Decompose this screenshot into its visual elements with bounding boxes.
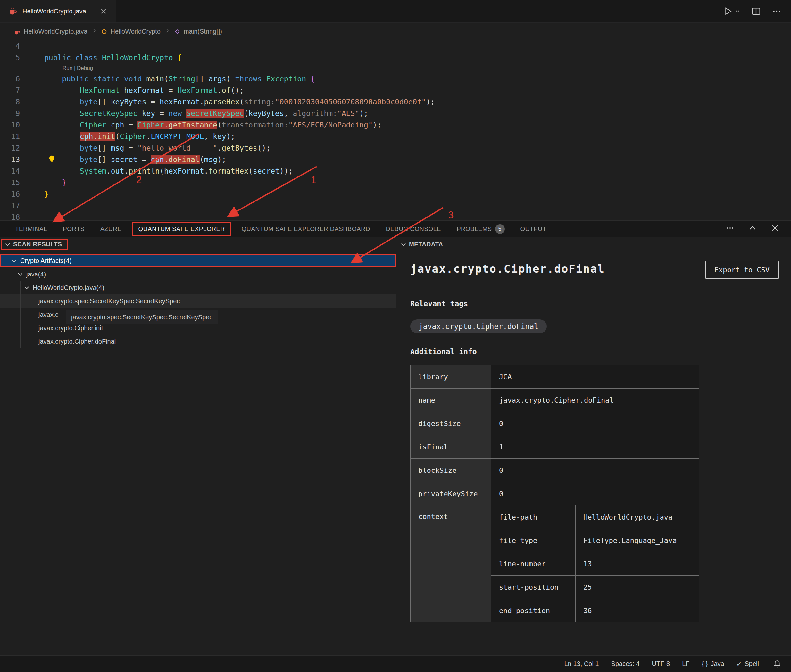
context-value: 36 — [576, 599, 699, 622]
panel-tab-problems[interactable]: PROBLEMS5 — [457, 224, 505, 234]
tree-item-helloworldcrypto-java-4[interactable]: HelloWorldCrypto.java(4) — [0, 281, 396, 294]
line-number: 18 — [0, 211, 29, 220]
panel-maximize-button[interactable] — [748, 224, 757, 234]
tree-item-label: HelloWorldCrypto.java(4) — [33, 284, 104, 291]
chevron-down-icon — [17, 270, 24, 278]
export-to-csv-button[interactable]: Export to CSV — [706, 261, 778, 279]
panel-actions — [725, 224, 791, 234]
tag-pill: javax.crypto.Cipher.doFinal — [410, 319, 547, 333]
lightbulb-icon[interactable] — [47, 155, 56, 164]
tree-item-label: javax.crypto.spec.SecretKeySpec.SecretKe… — [39, 298, 180, 305]
eol-sequence[interactable]: LF — [682, 660, 689, 667]
codelens-run-debug[interactable]: Run | Debug — [29, 63, 93, 73]
code-line-15: 15 } — [0, 177, 791, 188]
code-editor[interactable]: 45public class HelloWorldCrypto {Run | D… — [0, 40, 791, 220]
panel-tab-bar: TERMINALPORTSAZUREQUANTUM SAFE EXPLORERQ… — [0, 220, 791, 237]
braces-icon: { } — [702, 660, 708, 667]
context-key: start-position — [491, 576, 576, 599]
tree-item-java-4[interactable]: java(4) — [0, 267, 396, 281]
tree-item-crypto-artifacts-4[interactable]: Crypto Artifacts(4) — [0, 254, 396, 267]
info-value: javax.crypto.Cipher.doFinal — [491, 389, 699, 412]
info-value: 0 — [491, 412, 699, 435]
editor-tab-label: HelloWorldCrypto.java — [22, 8, 86, 15]
additional-info-heading: Additional info — [410, 347, 778, 356]
breadcrumb-file[interactable]: HelloWorldCrypto.java — [13, 28, 88, 35]
panel-tab-output[interactable]: OUTPUT — [520, 226, 546, 232]
code-line-17: 17 — [0, 200, 791, 211]
code-line-14: 14 System.out.println(hexFormat.formatHe… — [0, 165, 791, 177]
editor-tab-bar: HelloWorldCrypto.java — [0, 0, 791, 23]
chevron-down-icon — [11, 257, 18, 264]
tree-item-label: Crypto Artifacts(4) — [20, 257, 71, 265]
indentation[interactable]: Spaces: 4 — [611, 660, 640, 667]
panel-tab-label: PROBLEMS — [457, 226, 492, 232]
panel-more-actions-button[interactable] — [725, 224, 735, 234]
panel-close-button[interactable] — [770, 224, 780, 234]
line-number: 11 — [0, 131, 29, 142]
code-line-7: 7 HexFormat hexFormat = HexFormat.of(); — [0, 85, 791, 96]
line-number: 13 — [0, 154, 29, 165]
info-key: context — [411, 506, 491, 622]
code-line-4: 4 — [0, 40, 791, 52]
chevron-down-icon — [23, 284, 30, 291]
context-key: end-position — [491, 599, 576, 622]
editor-tab-helloworldcrypto[interactable]: HelloWorldCrypto.java — [0, 0, 116, 22]
tree-item-javax-crypto-cipher-dofinal[interactable]: javax.crypto.Cipher.doFinal — [0, 335, 396, 348]
context-key: file-type — [491, 529, 576, 552]
close-icon[interactable] — [99, 7, 107, 15]
info-key: name — [411, 389, 491, 412]
indent-guide — [20, 281, 21, 348]
tree-item-label: javax.c — [39, 311, 58, 318]
panel-tab-ports[interactable]: PORTS — [63, 226, 85, 232]
context-key: file-path — [491, 506, 576, 529]
chevron-right-icon — [164, 28, 170, 35]
line-number: 14 — [0, 165, 29, 177]
panel-tab-quantum-safe-explorer-dashboard[interactable]: QUANTUM SAFE EXPLORER DASHBOARD — [242, 226, 370, 232]
line-number: 4 — [0, 40, 29, 52]
class-icon — [101, 29, 107, 35]
tree-item-javax-crypto-spec-secretkeyspec-secretkeyspec[interactable]: javax.crypto.spec.SecretKeySpec.SecretKe… — [0, 294, 396, 308]
chevron-down-icon — [400, 241, 407, 248]
info-key: blockSize — [411, 459, 491, 482]
panel-tab-quantum-safe-explorer[interactable]: QUANTUM SAFE EXPLORER — [132, 222, 231, 236]
panel-tab-label: PORTS — [63, 226, 85, 232]
split-editor-button[interactable] — [751, 6, 761, 16]
panel-tab-azure[interactable]: AZURE — [100, 226, 122, 232]
notifications-bell-icon[interactable] — [773, 660, 781, 668]
scan-results-header[interactable]: SCAN RESULTS — [0, 237, 396, 251]
scan-results-title: SCAN RESULTS — [13, 241, 62, 248]
codelens-row: Run | Debug — [0, 63, 791, 73]
chevron-right-icon — [91, 28, 97, 35]
language-mode[interactable]: { } Java — [702, 660, 724, 667]
breadcrumb-class[interactable]: HelloWorldCrypto — [101, 28, 160, 35]
panel-tab-label: QUANTUM SAFE EXPLORER DASHBOARD — [242, 226, 370, 232]
metadata-header[interactable]: METADATA — [396, 237, 791, 251]
panel-tab-label: DEBUG CONSOLE — [386, 226, 441, 232]
line-number: 12 — [0, 142, 29, 154]
line-number: 10 — [0, 119, 29, 131]
panel-body: SCAN RESULTS Crypto Artifacts(4)java(4)H… — [0, 237, 791, 655]
code-line-11: 11 cph.init(Cipher.ENCRYPT_MODE, key); — [0, 131, 791, 142]
method-icon — [174, 29, 180, 35]
line-number: 7 — [0, 85, 29, 96]
indent-guide — [13, 267, 13, 348]
scan-results-tree: Crypto Artifacts(4)java(4)HelloWorldCryp… — [0, 254, 396, 348]
info-value: 1 — [491, 435, 699, 459]
cursor-position[interactable]: Ln 13, Col 1 — [565, 660, 599, 667]
encoding[interactable]: UTF-8 — [652, 660, 670, 667]
code-line-10: 10 Cipher cph = Cipher.getInstance(trans… — [0, 119, 791, 131]
panel-tab-label: TERMINAL — [15, 226, 47, 232]
additional-info-table: libraryJCAnamejavax.crypto.Cipher.doFina… — [410, 365, 699, 622]
breadcrumb-method[interactable]: main(String[]) — [174, 28, 222, 35]
panel-tab-debug-console[interactable]: DEBUG CONSOLE — [386, 226, 441, 232]
panel-tab-terminal[interactable]: TERMINAL — [15, 226, 47, 232]
more-actions-button[interactable] — [772, 6, 781, 16]
tree-item-label: javax.crypto.Cipher.doFinal — [39, 338, 116, 345]
line-number: 6 — [0, 73, 29, 85]
spell-checker[interactable]: ✓ Spell — [736, 660, 759, 668]
metadata-title-label: METADATA — [409, 241, 443, 248]
run-button[interactable] — [723, 6, 740, 16]
chevron-down-icon — [4, 241, 11, 248]
status-bar: Ln 13, Col 1 Spaces: 4 UTF-8 LF { } Java… — [0, 655, 791, 672]
line-number: 8 — [0, 96, 29, 108]
